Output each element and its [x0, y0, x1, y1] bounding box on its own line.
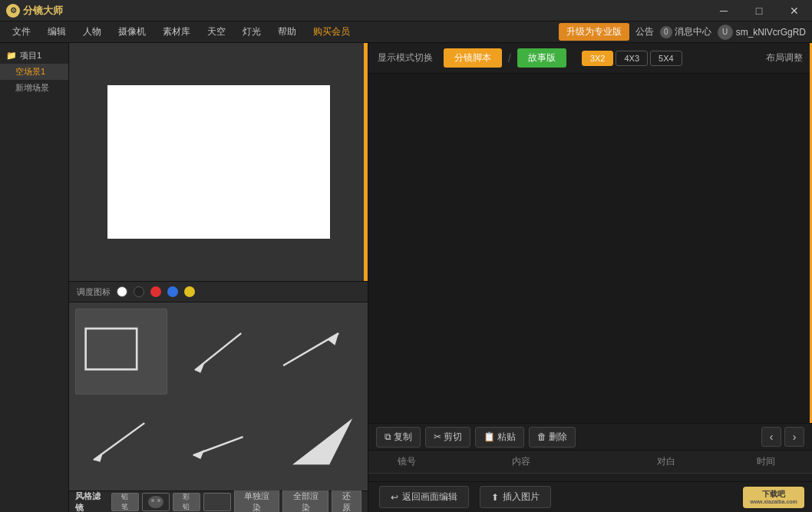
cut-label: 剪切: [444, 431, 462, 444]
upload-icon: ⬆: [491, 492, 499, 503]
main-layout: 📁 项目1 空场景1 新增场景 调度图标: [0, 43, 812, 512]
script-toolbar: ⧉ 复制 ✂ 剪切 📋 粘贴 🗑 删除 ‹ ›: [368, 423, 812, 451]
style-thumb-pencil[interactable]: 铅笔: [111, 493, 139, 511]
prev-button[interactable]: ‹: [761, 427, 781, 447]
watermark-line1: 下载吧: [762, 490, 785, 499]
tree-project-label: 项目1: [20, 50, 41, 61]
scissors-icon: ✂: [434, 431, 441, 442]
tree-item-project[interactable]: 📁 项目1: [0, 48, 68, 64]
delete-button[interactable]: 🗑 删除: [529, 427, 576, 448]
tone-yellow[interactable]: [184, 286, 195, 297]
sb-cell-1[interactable]: [75, 309, 167, 395]
render-single-button[interactable]: 单独渲染: [234, 488, 280, 513]
menu-file[interactable]: 文件: [5, 22, 38, 41]
paste-button[interactable]: 📋 粘贴: [475, 427, 524, 448]
svg-rect-0: [86, 329, 137, 369]
back-to-edit-button[interactable]: ↩ 返回画面编辑: [379, 486, 469, 508]
minimize-button[interactable]: ─: [706, 0, 741, 21]
menu-help[interactable]: 帮助: [270, 22, 304, 41]
insert-label: 插入图片: [503, 491, 540, 504]
pencil-label: 铅笔: [121, 493, 128, 511]
tab-script[interactable]: 分镜脚本: [444, 48, 502, 68]
copy-button[interactable]: ⧉ 复制: [376, 427, 421, 448]
svg-line-1: [195, 333, 241, 370]
upgrade-button[interactable]: 升级为专业版: [559, 23, 629, 41]
tone-black[interactable]: [134, 286, 144, 297]
tab-storyboard[interactable]: 故事版: [517, 48, 566, 68]
app-name: 分镜大师: [23, 4, 63, 18]
ratio-buttons: 3X2 4X3 5X4: [582, 51, 682, 66]
svg-point-12: [151, 499, 154, 502]
canvas-area[interactable]: [69, 43, 368, 281]
message-badge: 0: [660, 26, 672, 38]
menu-character[interactable]: 人物: [75, 22, 109, 41]
message-button[interactable]: 0 消息中心: [660, 25, 711, 38]
tone-bar: 调度图标: [69, 281, 368, 302]
tree-item-scene1[interactable]: 空场景1: [0, 64, 68, 80]
next-button[interactable]: ›: [784, 427, 804, 447]
style-label: 风格滤镜: [75, 491, 108, 513]
sb-cell-2[interactable]: [172, 309, 264, 395]
menu-sky[interactable]: 天空: [200, 22, 233, 41]
insert-image-button[interactable]: ⬆ 插入图片: [480, 486, 551, 508]
sb-cell-3[interactable]: [269, 309, 361, 395]
bottom-bar: ↩ 返回画面编辑 ⬆ 插入图片 下载吧 www.xiazaiba.com: [368, 481, 812, 512]
back-icon: ↩: [391, 492, 398, 503]
cut-button[interactable]: ✂ 剪切: [425, 427, 470, 448]
copy-label: 复制: [394, 431, 412, 444]
sb-cell-5[interactable]: [172, 399, 264, 485]
close-button[interactable]: ✕: [777, 0, 812, 21]
tone-red[interactable]: [150, 286, 161, 297]
center-scrollbar[interactable]: [364, 43, 368, 281]
watermark-line2: www.xiazaiba.com: [750, 499, 797, 505]
menu-purchase[interactable]: 购买会员: [305, 22, 358, 41]
folder-icon: 📁: [6, 51, 17, 61]
col-shot: 镜号: [376, 455, 437, 468]
message-label: 消息中心: [675, 25, 711, 38]
col-time: 时间: [728, 455, 804, 468]
script-nav: ‹ ›: [761, 427, 804, 447]
tone-white[interactable]: [117, 286, 127, 297]
style-bar: 风格滤镜 铅笔 彩铅 单独渲染 全部渲染 还原: [69, 491, 368, 512]
sidebar: 📁 项目1 空场景1 新增场景: [0, 43, 69, 512]
style-actions: 单独渲染 全部渲染 还原: [234, 488, 361, 513]
style-thumb-color-pencil[interactable]: 彩铅: [173, 493, 200, 511]
user-name: sm_kNlVcrGgRD: [736, 27, 806, 38]
tone-blue[interactable]: [167, 286, 178, 297]
canvas-preview: [107, 85, 330, 239]
ratio-5x4[interactable]: 5X4: [650, 51, 682, 66]
sb-cell-4[interactable]: [75, 399, 167, 485]
layout-adjust-label[interactable]: 布局调整: [766, 51, 803, 64]
col-content: 内容: [437, 455, 605, 468]
color-pencil-label: 彩铅: [183, 493, 190, 511]
menu-edit[interactable]: 编辑: [40, 22, 74, 41]
ratio-3x2[interactable]: 3X2: [582, 51, 614, 66]
style-thumb-anime[interactable]: [142, 493, 170, 511]
title-controls: ─ □ ✕: [706, 0, 812, 21]
watermark: 下载吧 www.xiazaiba.com: [743, 487, 804, 508]
sb-cell-6[interactable]: [269, 399, 361, 485]
svg-marker-9: [292, 418, 352, 464]
restore-button[interactable]: 还原: [332, 488, 361, 513]
copy-icon: ⧉: [385, 431, 391, 442]
notice-label: 公告: [635, 25, 654, 38]
col-dialogue: 对白: [605, 455, 728, 468]
add-scene-label: 新增场景: [15, 82, 49, 94]
svg-marker-6: [94, 453, 103, 462]
svg-point-11: [148, 496, 163, 508]
tree-item-add-scene[interactable]: 新增场景: [0, 80, 68, 96]
trash-icon: 🗑: [537, 431, 546, 442]
content-area: [368, 74, 812, 423]
style-thumb-extra[interactable]: [203, 493, 231, 511]
maximize-button[interactable]: □: [741, 0, 777, 21]
menu-camera[interactable]: 摄像机: [111, 22, 153, 41]
notice-button[interactable]: 公告: [635, 25, 654, 38]
user-area[interactable]: U sm_kNlVcrGgRD: [718, 25, 806, 40]
paste-label: 粘贴: [497, 431, 516, 444]
paste-icon: 📋: [484, 431, 495, 442]
ratio-4x3[interactable]: 4X3: [616, 51, 648, 66]
render-all-button[interactable]: 全部渲染: [282, 488, 328, 513]
menu-light[interactable]: 灯光: [235, 22, 269, 41]
menu-assets[interactable]: 素材库: [155, 22, 198, 41]
style-thumbs: 铅笔 彩铅: [111, 493, 231, 511]
